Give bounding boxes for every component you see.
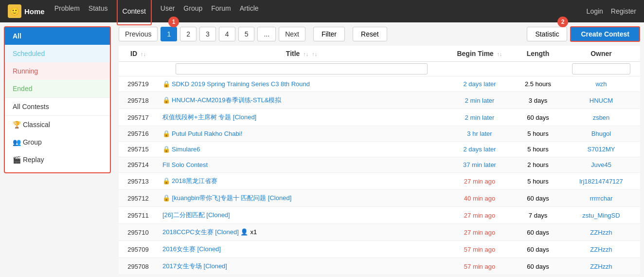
sort-begin-icon[interactable]: ↑↓ (497, 51, 502, 57)
navbar: 🙂 Home Problem Status Contest User Group… (0, 0, 644, 22)
page-1-button[interactable]: 1 (161, 27, 177, 41)
sidebar-item-classical[interactable]: 🏆 Classical (5, 116, 110, 133)
contest-title-link[interactable]: SDKD 2019 Spring Training Series C3 8th … (172, 80, 310, 88)
sidebar: All Scheduled Running Ended All Contests… (4, 26, 111, 173)
contest-title-link[interactable]: Putul Putul Rakho Chabi! (172, 130, 242, 137)
owner-link[interactable]: rrrrrchar (590, 195, 613, 202)
create-contest-button[interactable]: Create Contest (570, 26, 640, 42)
annotation-badge-2: 2 (557, 17, 568, 27)
statistic-button[interactable]: Statistic (527, 27, 567, 41)
contest-owner: ZZHzzh (562, 241, 640, 258)
sidebar-item-scheduled[interactable]: Scheduled (5, 45, 110, 62)
table-row: 295712 🔒 [kuangbin带你飞]专题十 匹配问题 [Cloned] … (119, 190, 640, 207)
contest-title-link[interactable]: 2016女生赛 [Cloned] (162, 245, 221, 253)
owner-link[interactable]: ZZHzzh (590, 246, 612, 253)
filter-length-cell (514, 62, 562, 76)
contest-id: 295711 (119, 207, 158, 224)
owner-link[interactable]: HNUCM (590, 97, 613, 104)
contest-id: 295712 (119, 190, 158, 207)
login-link[interactable]: Login (587, 7, 603, 15)
nav-status[interactable]: Status (89, 0, 108, 25)
contest-id: 295716 (119, 126, 158, 142)
contest-title-link[interactable]: Simulare6 (172, 146, 200, 153)
logo[interactable]: 🙂 Home (8, 4, 45, 18)
annotation-badge-1: 1 (168, 17, 179, 27)
filter-owner-cell (562, 62, 640, 76)
page-2-button[interactable]: 2 (180, 27, 197, 41)
owner-link[interactable]: Juve45 (591, 161, 611, 168)
contest-begin-time: 3 hr later (446, 126, 514, 142)
contest-length: 7 days (514, 207, 562, 224)
contest-title-link[interactable]: FII Solo Contest (162, 161, 208, 168)
sidebar-item-all[interactable]: All (5, 27, 110, 45)
contest-owner: zstu_MingSD (562, 207, 640, 224)
th-owner: Owner (562, 46, 640, 62)
home-link[interactable]: Home (24, 7, 45, 16)
sidebar-item-running[interactable]: Running (5, 62, 110, 80)
contest-title-link[interactable]: HNUCM-ACM2019春季训练-STL&模拟 (172, 96, 281, 104)
contest-length: 60 days (514, 190, 562, 207)
sidebar-item-group[interactable]: 👥 Group (5, 133, 110, 151)
sort-id-icon[interactable]: ↑↓ (141, 51, 146, 57)
table-row: 295718 🔒HNUCM-ACM2019春季训练-STL&模拟 2 min l… (119, 92, 640, 109)
owner-link[interactable]: zsben (593, 114, 610, 121)
next-button[interactable]: Next (279, 27, 305, 41)
contest-title-cell: 2017女生专场 [Cloned] (158, 258, 446, 275)
filter-begin-cell (446, 62, 514, 76)
sort-title-icon[interactable]: ↑↓ (303, 51, 308, 57)
owner-link[interactable]: ZZHzzh (590, 263, 612, 270)
table-row: 295713 🔒2018黑龙江省赛 27 min ago 5 hours lrj… (119, 173, 640, 190)
nav-forum[interactable]: Forum (211, 0, 231, 25)
sidebar-item-all-contests[interactable]: All Contests (5, 97, 110, 116)
contest-begin-time: 27 min ago (446, 224, 514, 241)
table-row: 295719 🔒SDKD 2019 Spring Training Series… (119, 76, 640, 92)
register-link[interactable]: Register (611, 7, 636, 15)
table-row: 295715 🔒Simulare6 2 days later 5 hours S… (119, 142, 640, 157)
contest-length: 60 days (514, 109, 562, 126)
owner-filter-input[interactable] (572, 63, 630, 74)
nav-article[interactable]: Article (240, 0, 259, 25)
owner-link[interactable]: zstu_MingSD (582, 212, 620, 219)
owner-link[interactable]: Bhugol (591, 130, 611, 137)
contest-id: 295719 (119, 76, 158, 92)
contest-title-link[interactable]: 权值线段树+主席树 专题 [Cloned] (162, 113, 256, 121)
contest-begin-time: 27 min ago (446, 207, 514, 224)
page-5-button[interactable]: 5 (238, 27, 255, 41)
contest-owner: lrj18214747127 (562, 173, 640, 190)
page-4-button[interactable]: 4 (219, 27, 235, 41)
nav-group[interactable]: Group (183, 0, 202, 25)
main-layout: All Scheduled Running Ended All Contests… (0, 22, 644, 277)
filter-button[interactable]: Filter (313, 27, 345, 41)
owner-link[interactable]: S7012MY (587, 146, 615, 153)
contest-title-link[interactable]: 🔒 [kuangbin带你飞]专题十 匹配问题 [Cloned] (162, 194, 291, 202)
sidebar-item-replay[interactable]: 🎬 Replay (5, 151, 110, 168)
nav-problem[interactable]: Problem (54, 0, 80, 25)
contest-length: 3 days (514, 92, 562, 109)
contest-title-cell: 🔒 [kuangbin带你飞]专题十 匹配问题 [Cloned] (158, 190, 446, 207)
title-filter-input[interactable] (176, 63, 428, 74)
page-3-button[interactable]: 3 (199, 27, 216, 41)
lock-icon: 🔒 (162, 146, 170, 153)
contest-owner: ZZHzzh (562, 224, 640, 241)
contest-title-link[interactable]: 2018CCPC女生赛 [Cloned] (162, 228, 239, 236)
contest-length: 60 days (514, 241, 562, 258)
owner-link[interactable]: lrj18214747127 (579, 178, 623, 185)
contest-title-link[interactable]: [26]二分图匹配 [Cloned] (162, 211, 230, 219)
contest-id: 295714 (119, 157, 158, 173)
contest-id: 295710 (119, 224, 158, 241)
nav-contest[interactable]: Contest (117, 0, 152, 25)
prev-button[interactable]: Previous (119, 27, 158, 41)
owner-link[interactable]: ZZHzzh (590, 229, 612, 236)
contest-title-link[interactable]: 2017女生专场 [Cloned] (162, 262, 227, 270)
owner-link[interactable]: wzh (595, 80, 607, 88)
contest-title-cell: 🔒Simulare6 (158, 142, 446, 157)
page-ellipsis-button[interactable]: ... (257, 27, 276, 41)
contest-title-cell: 🔒SDKD 2019 Spring Training Series C3 8th… (158, 76, 446, 92)
th-length: Length (514, 46, 562, 62)
th-begin-time: Begin Time ↑↓ (446, 46, 514, 62)
badge-count: x1 (250, 228, 257, 236)
sidebar-item-ended[interactable]: Ended (5, 80, 110, 97)
contest-title-link[interactable]: 2018黑龙江省赛 (172, 177, 217, 185)
sort-title-icon2[interactable]: ↑↓ (312, 51, 317, 57)
reset-button[interactable]: Reset (353, 27, 387, 41)
